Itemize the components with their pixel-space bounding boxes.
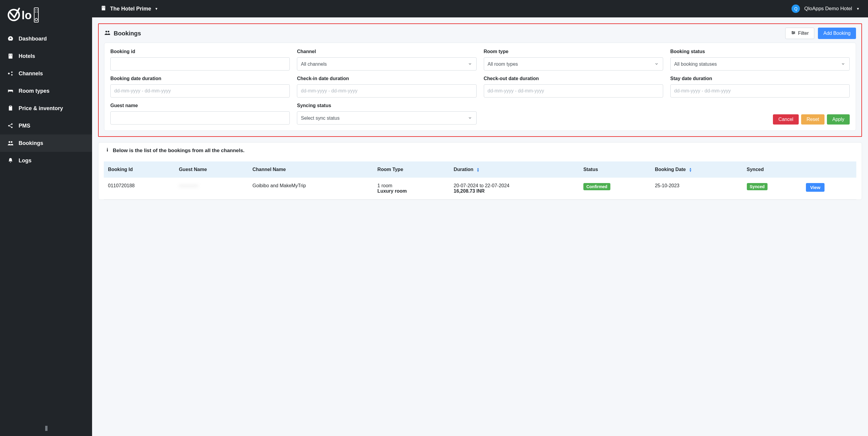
svg-rect-12 <box>11 56 12 56</box>
svg-point-3 <box>35 9 36 10</box>
bookings-list-card: Below is the list of the bookings from a… <box>98 142 862 200</box>
cancel-button[interactable]: Cancel <box>773 114 799 124</box>
sliders-icon <box>791 30 796 36</box>
booking-date-duration-input[interactable] <box>111 84 290 97</box>
col-booking-date[interactable]: Booking Date ▲▼ <box>651 162 742 178</box>
users-icon <box>7 140 14 146</box>
nav-label: PMS <box>19 123 30 129</box>
booking-id-label: Booking id <box>111 49 290 54</box>
nav-label: Logs <box>19 157 31 164</box>
svg-rect-9 <box>9 55 10 55</box>
channel-label: Channel <box>297 49 476 54</box>
checkout-date-duration-input[interactable] <box>484 84 663 97</box>
filter-card: Booking id Channel All channels Room typ… <box>104 42 856 131</box>
chevron-down-icon: ▼ <box>155 7 158 10</box>
filter-button[interactable]: Filter <box>785 28 815 39</box>
nav-label: Dashboard <box>19 36 47 42</box>
booking-status-label: Booking status <box>670 49 850 54</box>
view-button[interactable]: View <box>806 183 825 192</box>
sidebar-item-logs[interactable]: Logs <box>0 152 92 169</box>
hotel-selector[interactable]: The Hotel Prime ▼ <box>100 5 158 12</box>
nav-label: Bookings <box>19 140 43 146</box>
col-room-type[interactable]: Room Type <box>373 162 449 178</box>
add-booking-button[interactable]: Add Booking <box>818 28 856 39</box>
sidebar-item-channels[interactable]: Channels <box>0 65 92 82</box>
list-caption-text: Below is the list of the bookings from a… <box>113 148 244 154</box>
svg-point-7 <box>35 18 37 21</box>
stay-date-duration-label: Stay date duration <box>670 76 850 81</box>
svg-rect-25 <box>102 7 103 7</box>
info-icon <box>105 147 110 154</box>
svg-text:lo: lo <box>22 9 32 22</box>
building-icon <box>7 53 14 59</box>
svg-point-21 <box>11 127 12 128</box>
nav-label: Channels <box>19 70 43 77</box>
svg-point-36 <box>793 33 793 34</box>
page-title: Bookings <box>114 30 141 37</box>
col-synced[interactable]: Synced <box>743 162 802 178</box>
col-actions <box>802 162 856 178</box>
checkin-date-duration-input[interactable] <box>297 84 476 97</box>
col-channel-name[interactable]: Channel Name <box>248 162 373 178</box>
sort-icon: ▲▼ <box>689 168 692 172</box>
syncing-status-select[interactable]: Select sync status <box>297 111 476 124</box>
cell-status: Confirmed <box>579 178 651 200</box>
col-guest-name[interactable]: Guest Name <box>175 162 248 178</box>
svg-point-13 <box>8 72 10 75</box>
synced-badge: Synced <box>747 183 768 190</box>
syncing-status-label: Syncing status <box>297 103 476 108</box>
nodes-icon <box>7 70 14 77</box>
guest-name-input[interactable] <box>111 111 290 124</box>
booking-status-select[interactable]: All booking statuses <box>670 57 850 70</box>
room-type-label: Room type <box>484 49 663 54</box>
svg-rect-24 <box>102 6 105 10</box>
stay-date-duration-input[interactable] <box>670 84 850 97</box>
booking-date-duration-label: Booking date duration <box>111 76 290 81</box>
bookings-table: Booking Id Guest Name Channel Name Room … <box>104 162 856 200</box>
sidebar-nav: Dashboard Hotels Channels Room types <box>0 30 92 420</box>
svg-point-14 <box>11 71 12 73</box>
svg-rect-28 <box>104 7 105 8</box>
bookings-panel: Bookings Filter Add Booking <box>98 23 862 137</box>
svg-rect-26 <box>104 7 105 7</box>
clipboard-icon <box>7 105 14 112</box>
sidebar-item-hotels[interactable]: Hotels <box>0 48 92 65</box>
apply-button[interactable]: Apply <box>827 114 850 124</box>
nav-label: Room types <box>19 88 50 94</box>
svg-point-15 <box>11 74 12 76</box>
svg-point-19 <box>8 125 9 127</box>
svg-point-6 <box>37 12 38 12</box>
svg-point-34 <box>792 31 793 32</box>
booking-id-input[interactable] <box>111 57 290 70</box>
col-duration[interactable]: Duration ▲▼ <box>450 162 579 178</box>
nav-label: Hotels <box>19 53 35 59</box>
building-icon <box>100 5 106 12</box>
col-status[interactable]: Status <box>579 162 651 178</box>
svg-point-30 <box>108 31 110 32</box>
room-type-select[interactable]: All room types <box>484 57 663 70</box>
sidebar-item-bookings[interactable]: Bookings <box>0 135 92 152</box>
svg-point-5 <box>35 12 36 12</box>
cell-booking-id: 0110720188 <box>104 178 175 200</box>
cell-synced: Synced <box>743 178 802 200</box>
share-icon <box>7 122 14 129</box>
user-menu[interactable]: Q QloApps Demo Hotel ▼ <box>792 4 860 13</box>
col-booking-id[interactable]: Booking Id <box>104 162 175 178</box>
topbar: The Hotel Prime ▼ Q QloApps Demo Hotel ▼ <box>92 0 868 18</box>
cell-actions: View <box>802 178 856 200</box>
status-badge: Confirmed <box>583 183 610 190</box>
bell-icon <box>7 157 14 164</box>
channel-select[interactable]: All channels <box>297 57 476 70</box>
sidebar-item-room-types[interactable]: Room types <box>0 82 92 99</box>
sidebar-collapse-handle[interactable]: ||| <box>0 420 92 436</box>
sidebar-item-dashboard[interactable]: Dashboard <box>0 30 92 48</box>
sidebar-item-price-inventory[interactable]: Price & inventory <box>0 99 92 117</box>
table-row: 0110720188 ———— Goibibo and MakeMyTrip 1… <box>104 178 856 200</box>
svg-rect-2 <box>34 8 38 22</box>
users-icon <box>104 29 111 37</box>
reset-button[interactable]: Reset <box>801 114 825 124</box>
svg-point-35 <box>794 32 795 33</box>
sidebar-item-pms[interactable]: PMS <box>0 117 92 135</box>
user-name: QloApps Demo Hotel <box>804 6 852 12</box>
svg-rect-11 <box>9 56 10 56</box>
